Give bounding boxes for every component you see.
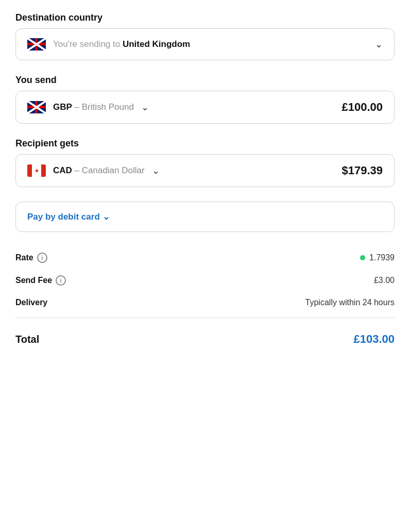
destination-card[interactable]: You're sending to United Kingdom ⌄ — [15, 28, 395, 60]
recipient-label: Recipient gets — [15, 138, 395, 149]
uk-flag-icon — [27, 38, 46, 51]
send-currency-code: GBP – British Pound — [53, 102, 134, 112]
delivery-label-group: Delivery — [15, 298, 47, 307]
send-fee-label: Send Fee — [15, 276, 52, 285]
rate-value-group: 1.7939 — [360, 253, 395, 262]
recipient-card[interactable]: ✦ CAD – Canadian Dollar ⌄ $179.39 — [15, 154, 395, 187]
payment-card[interactable]: Pay by debit card ⌄ — [15, 202, 395, 232]
destination-section: Destination country You're sending to Un… — [15, 12, 395, 60]
send-fee-row: Send Fee i £3.00 — [15, 269, 395, 292]
recipient-chevron-icon: ⌄ — [152, 165, 160, 176]
recipient-currency-name: – Canadian Dollar — [72, 165, 145, 175]
info-section: Rate i 1.7939 Send Fee i £3.00 Delivery … — [15, 246, 395, 313]
total-label: Total — [15, 334, 39, 345]
rate-row: Rate i 1.7939 — [15, 246, 395, 269]
rate-info-icon[interactable]: i — [37, 253, 47, 263]
rate-label: Rate — [15, 253, 33, 262]
rate-green-dot — [360, 255, 365, 260]
ca-flag-icon: ✦ — [27, 164, 46, 177]
destination-country: United Kingdom — [123, 39, 190, 49]
send-fee-info-icon[interactable]: i — [56, 275, 66, 286]
chevron-down-icon: ⌄ — [375, 39, 383, 50]
total-value: £103.00 — [353, 332, 395, 346]
send-currency-name: – British Pound — [72, 102, 134, 112]
destination-label: Destination country — [15, 12, 395, 23]
delivery-label: Delivery — [15, 298, 47, 307]
delivery-value: Typically within 24 hours — [305, 298, 395, 307]
payment-label: Pay by debit card — [27, 212, 100, 222]
send-chevron-icon: ⌄ — [141, 102, 149, 113]
send-fee-label-group: Send Fee i — [15, 275, 66, 286]
payment-method-text[interactable]: Pay by debit card ⌄ — [27, 212, 110, 222]
send-flag-icon — [27, 101, 46, 113]
you-send-card[interactable]: GBP – British Pound ⌄ £100.00 — [15, 91, 395, 124]
destination-prefix: You're sending to — [53, 39, 123, 49]
send-code: GBP — [53, 102, 72, 112]
send-fee-value: £3.00 — [374, 276, 395, 285]
you-send-label: You send — [15, 75, 395, 86]
delivery-row: Delivery Typically within 24 hours — [15, 292, 395, 313]
rate-label-group: Rate i — [15, 253, 47, 263]
recipient-currency-code: CAD – Canadian Dollar — [53, 165, 145, 176]
recipient-amount: $179.39 — [341, 164, 383, 177]
total-row: Total £103.00 — [15, 322, 395, 350]
recipient-code: CAD — [53, 165, 72, 175]
total-divider — [15, 318, 395, 318]
destination-text: You're sending to United Kingdom — [53, 39, 370, 49]
send-amount: £100.00 — [341, 101, 383, 114]
rate-value: 1.7939 — [369, 253, 395, 262]
you-send-section: You send GBP – British Pound ⌄ £100.00 — [15, 75, 395, 124]
recipient-section: Recipient gets ✦ CAD – Canadian Dollar ⌄… — [15, 138, 395, 187]
